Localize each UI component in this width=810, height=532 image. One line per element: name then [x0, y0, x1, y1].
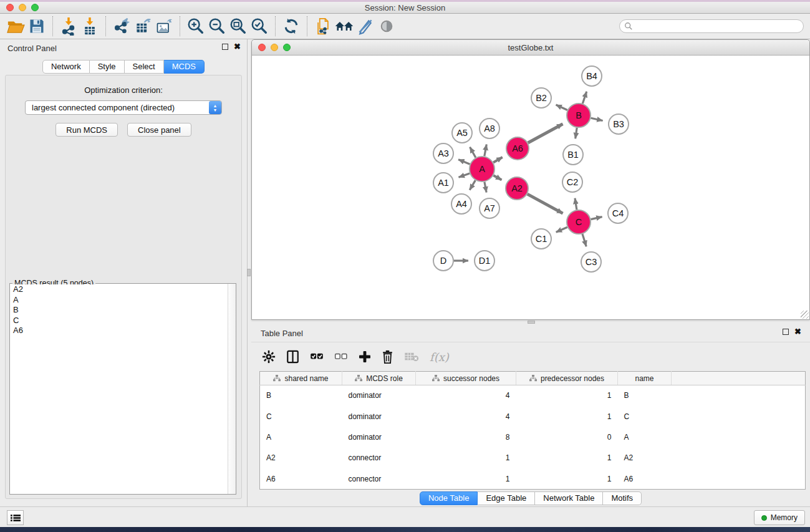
close-window-button[interactable] [6, 4, 14, 11]
node-D1[interactable]: D1 [475, 251, 494, 271]
import-table-button[interactable] [79, 16, 100, 37]
node-B[interactable]: B [567, 104, 591, 127]
maximize-window-button[interactable] [31, 4, 39, 11]
annotations-button[interactable] [355, 16, 376, 37]
tab-network[interactable]: Network [42, 60, 90, 74]
node-D[interactable]: D [433, 251, 453, 271]
maximize-network-button[interactable] [283, 44, 291, 51]
tab-node-table[interactable]: Node Table [420, 491, 478, 505]
open-session-button[interactable] [5, 16, 26, 37]
edge-A-A4[interactable] [470, 180, 475, 190]
close-network-button[interactable] [258, 44, 266, 51]
select-all-button[interactable] [310, 352, 324, 362]
search-input[interactable] [619, 19, 804, 33]
network-window-titlebar[interactable]: testGlobe.txt [252, 40, 809, 56]
column-header-successor-nodes[interactable]: successor nodes [416, 372, 516, 385]
edge-C-C1[interactable] [556, 227, 567, 232]
node-C2[interactable]: C2 [562, 172, 582, 192]
tab-edge-table[interactable]: Edge Table [478, 491, 535, 505]
close-panel-button[interactable]: Close panel [127, 123, 191, 137]
zoom-selected-button[interactable] [249, 16, 270, 37]
mcds-result-item[interactable]: C [11, 316, 235, 326]
edge-B-B1[interactable] [576, 128, 577, 138]
minimize-window-button[interactable] [19, 4, 26, 11]
edge-B-B2[interactable] [556, 105, 567, 110]
table-settings-button[interactable] [262, 350, 276, 364]
edge-A-A5[interactable] [470, 147, 476, 158]
resize-grip-icon[interactable] [801, 311, 809, 319]
deselect-all-button[interactable] [334, 352, 348, 362]
node-B1[interactable]: B1 [563, 145, 583, 165]
node-B3[interactable]: B3 [609, 114, 629, 134]
edge-A-A2[interactable] [493, 175, 501, 180]
import-network-button[interactable] [58, 16, 79, 37]
panel-toggle-button[interactable] [7, 510, 24, 525]
close-table-panel-icon[interactable]: ✖ [794, 329, 801, 335]
criterion-select[interactable]: largest connected component (directed) ▲… [25, 100, 222, 115]
mcds-result-item[interactable]: A [11, 295, 235, 306]
float-table-panel-icon[interactable] [783, 329, 789, 335]
node-A6[interactable]: A6 [506, 137, 529, 160]
table-row[interactable]: Bdominator41B [260, 385, 806, 406]
node-C1[interactable]: C1 [531, 229, 551, 249]
delete-table-button[interactable] [404, 352, 419, 362]
zoom-in-button[interactable] [185, 16, 206, 37]
node-A[interactable]: A [470, 157, 494, 181]
show-hide-button[interactable] [376, 16, 397, 37]
tab-select[interactable]: Select [125, 60, 164, 74]
refresh-button[interactable] [281, 16, 302, 37]
mcds-result-item[interactable]: A6 [11, 326, 235, 336]
result-scrollbar[interactable] [228, 284, 236, 494]
edge-C-C2[interactable] [575, 198, 577, 210]
export-table-button[interactable] [132, 16, 153, 37]
node-A1[interactable]: A1 [433, 173, 453, 193]
edge-C-C4[interactable] [591, 217, 602, 220]
node-A7[interactable]: A7 [480, 198, 499, 218]
node-A4[interactable]: A4 [451, 194, 471, 214]
edge-C-C3[interactable] [582, 234, 586, 246]
node-A5[interactable]: A5 [452, 123, 472, 143]
node-C3[interactable]: C3 [581, 252, 601, 272]
clone-network-button[interactable] [312, 16, 334, 37]
edge-B-B4[interactable] [582, 92, 586, 104]
node-C4[interactable]: C4 [608, 203, 628, 223]
edge-A6-B[interactable] [528, 124, 563, 143]
edge-A-A7[interactable] [485, 182, 486, 193]
edge-B-B3[interactable] [591, 118, 603, 120]
table-row[interactable]: Cdominator41C [260, 406, 806, 427]
mcds-result-item[interactable]: B [11, 305, 235, 316]
edge-A-A1[interactable] [459, 173, 470, 177]
table-row[interactable]: Adominator80A [260, 427, 806, 447]
tab-mcds[interactable]: MCDS [164, 60, 205, 74]
table-row[interactable]: A6connector11A6 [260, 468, 806, 489]
column-header-name[interactable]: name [618, 372, 672, 385]
node-table[interactable]: shared nameMCDS rolesuccessor nodesprede… [259, 371, 806, 490]
tab-style[interactable]: Style [90, 60, 125, 74]
network-graph[interactable]: AA6A2BCA1A3A4A5A7A8B1B2B3B4C1C2C3C4DD1 [253, 56, 809, 319]
node-A2[interactable]: A2 [506, 177, 528, 200]
node-A3[interactable]: A3 [433, 143, 453, 163]
splitter-grip-vertical[interactable] [247, 269, 251, 276]
export-image-button[interactable] [153, 16, 175, 37]
delete-column-button[interactable] [382, 350, 393, 364]
minimize-network-button[interactable] [271, 44, 278, 51]
table-row[interactable]: A2connector11A2 [260, 448, 806, 468]
zoom-fit-button[interactable] [228, 16, 249, 37]
node-A8[interactable]: A8 [480, 118, 499, 138]
edge-A-A3[interactable] [458, 160, 470, 164]
edge-A-A8[interactable] [485, 145, 486, 157]
tab-motifs[interactable]: Motifs [603, 491, 642, 505]
node-C[interactable]: C [567, 210, 591, 234]
column-header-shared-name[interactable]: shared name [260, 372, 342, 385]
function-builder-button[interactable]: f(x) [430, 351, 449, 364]
edge-A2-C[interactable] [528, 194, 563, 213]
column-browser-button[interactable] [286, 350, 299, 364]
edge-A-A6[interactable] [493, 157, 503, 162]
node-B4[interactable]: B4 [582, 66, 602, 86]
zoom-out-button[interactable] [206, 16, 228, 37]
table-header-row[interactable]: shared nameMCDS rolesuccessor nodesprede… [260, 372, 806, 385]
memory-button[interactable]: Memory [754, 510, 805, 525]
column-header-predecessor-nodes[interactable]: predecessor nodes [516, 372, 618, 385]
export-network-button[interactable] [111, 16, 132, 37]
close-panel-icon[interactable]: ✖ [234, 44, 241, 50]
